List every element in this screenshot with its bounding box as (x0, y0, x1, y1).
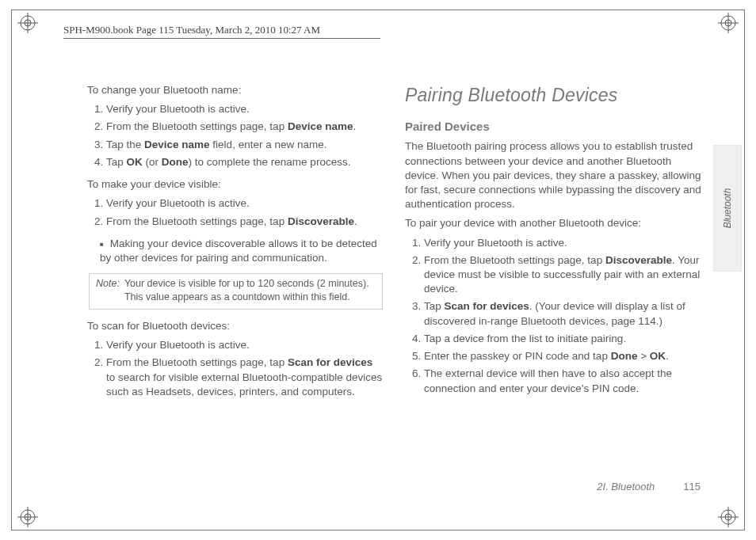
paragraph-pairing: The Bluetooth pairing process allows you… (405, 139, 702, 211)
list-item: Verify your Bluetooth is active. (106, 196, 384, 211)
side-tab-label: Bluetooth (722, 188, 733, 229)
right-column: Pairing Bluetooth Devices Paired Devices… (405, 83, 702, 485)
registration-mark-icon (17, 507, 38, 527)
section-title: Pairing Bluetooth Devices (405, 83, 702, 108)
registration-mark-icon (718, 13, 739, 33)
steps-scan: Verify your Bluetooth is active. From th… (87, 338, 384, 399)
left-column: To change your Bluetooth name: Verify yo… (87, 83, 384, 485)
note-box: Note: Your device is visible for up to 1… (89, 273, 383, 310)
steps-pair: Verify your Bluetooth is active. From th… (405, 236, 702, 396)
list-item: Tap the Device name field, enter a new n… (106, 138, 384, 152)
registration-mark-icon (17, 13, 38, 33)
crop-line-top (11, 10, 745, 10)
list-item: From the Bluetooth settings page, tap De… (106, 120, 384, 134)
crop-line-left (11, 10, 12, 530)
registration-mark-icon (718, 507, 739, 527)
heading-pair: To pair your device with another Bluetoo… (405, 216, 702, 230)
list-item: From the Bluetooth settings page, tap Di… (424, 253, 702, 297)
side-tab: Bluetooth (713, 145, 742, 272)
list-item: Enter the passkey or PIN code and tap Do… (424, 349, 702, 363)
crop-line-right (744, 10, 745, 530)
list-item: Making your device discoverable allows i… (100, 237, 384, 265)
bullet-make-visible: Making your device discoverable allows i… (87, 237, 384, 265)
list-item: Tap Scan for devices. (Your device will … (424, 299, 702, 328)
heading-make-visible: To make your device visible: (87, 177, 384, 192)
heading-scan: To scan for Bluetooth devices: (87, 319, 384, 333)
list-item: The external device will then have to al… (424, 367, 702, 395)
list-item: Verify your Bluetooth is active. (424, 236, 702, 250)
footer-page-number: 115 (683, 481, 701, 492)
steps-change-name: Verify your Bluetooth is active. From th… (87, 102, 384, 169)
list-item: From the Bluetooth settings page, tap Sc… (106, 356, 384, 399)
footer-section: 2I. Bluetooth (597, 481, 655, 492)
note-label: Note: (96, 277, 120, 304)
crop-line-bottom (11, 530, 745, 530)
list-item: Verify your Bluetooth is active. (106, 338, 384, 352)
page-footer: 2I. Bluetooth 115 (597, 481, 701, 492)
running-head: SPH-M900.book Page 115 Tuesday, March 2,… (63, 24, 320, 36)
steps-make-visible: Verify your Bluetooth is active. From th… (87, 196, 384, 228)
list-item: From the Bluetooth settings page, tap Di… (106, 215, 384, 229)
list-item: Verify your Bluetooth is active. (106, 102, 384, 116)
list-item: Tap a device from the list to initiate p… (424, 332, 702, 346)
sub-heading: Paired Devices (405, 119, 702, 135)
heading-change-name: To change your Bluetooth name: (87, 83, 384, 97)
running-rule (63, 38, 380, 39)
page-body: To change your Bluetooth name: Verify yo… (87, 83, 702, 485)
list-item: Tap OK (or Done) to complete the rename … (106, 155, 384, 169)
note-body: Your device is visible for up to 120 sec… (124, 277, 376, 304)
